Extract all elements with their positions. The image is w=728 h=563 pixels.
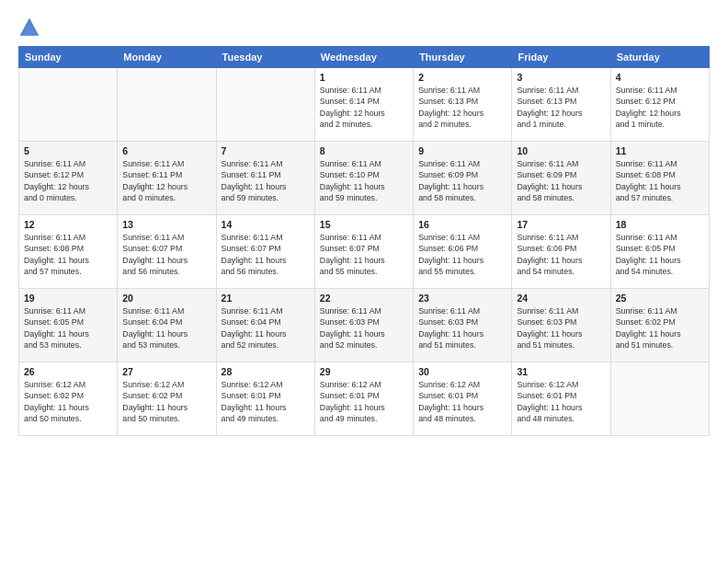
calendar-cell: 5Sunrise: 6:11 AM Sunset: 6:12 PM Daylig… xyxy=(19,142,118,215)
calendar-cell: 6Sunrise: 6:11 AM Sunset: 6:11 PM Daylig… xyxy=(118,142,216,215)
calendar-cell xyxy=(216,68,314,142)
day-info: Sunrise: 6:11 AM Sunset: 6:02 PM Dayligh… xyxy=(616,305,704,350)
day-info: Sunrise: 6:11 AM Sunset: 6:11 PM Dayligh… xyxy=(122,158,210,203)
calendar-cell: 19Sunrise: 6:11 AM Sunset: 6:05 PM Dayli… xyxy=(19,289,118,362)
weekday-header-wednesday: Wednesday xyxy=(314,47,413,68)
calendar-cell: 11Sunrise: 6:11 AM Sunset: 6:08 PM Dayli… xyxy=(610,142,709,215)
day-number: 31 xyxy=(517,366,605,377)
day-number: 6 xyxy=(122,145,210,156)
weekday-header-sunday: Sunday xyxy=(19,47,118,68)
calendar-week-3: 12Sunrise: 6:11 AM Sunset: 6:08 PM Dayli… xyxy=(19,215,710,289)
day-number: 20 xyxy=(122,293,210,304)
day-info: Sunrise: 6:11 AM Sunset: 6:03 PM Dayligh… xyxy=(418,305,506,350)
day-number: 15 xyxy=(320,219,408,230)
day-number: 16 xyxy=(418,219,506,230)
day-number: 11 xyxy=(616,145,704,156)
calendar-week-1: 1Sunrise: 6:11 AM Sunset: 6:14 PM Daylig… xyxy=(19,68,710,142)
day-number: 17 xyxy=(517,219,605,230)
calendar: SundayMondayTuesdayWednesdayThursdayFrid… xyxy=(18,46,710,436)
day-info: Sunrise: 6:11 AM Sunset: 6:04 PM Dayligh… xyxy=(122,305,210,350)
calendar-cell: 7Sunrise: 6:11 AM Sunset: 6:11 PM Daylig… xyxy=(216,142,314,215)
day-info: Sunrise: 6:11 AM Sunset: 6:07 PM Dayligh… xyxy=(222,232,310,277)
day-number: 24 xyxy=(517,293,605,304)
calendar-cell xyxy=(118,68,216,142)
day-number: 2 xyxy=(418,72,506,83)
day-number: 26 xyxy=(24,366,112,377)
day-info: Sunrise: 6:11 AM Sunset: 6:07 PM Dayligh… xyxy=(122,232,210,277)
calendar-week-5: 26Sunrise: 6:12 AM Sunset: 6:02 PM Dayli… xyxy=(19,362,710,436)
day-info: Sunrise: 6:11 AM Sunset: 6:10 PM Dayligh… xyxy=(320,158,408,203)
day-info: Sunrise: 6:11 AM Sunset: 6:11 PM Dayligh… xyxy=(222,158,310,203)
calendar-cell: 8Sunrise: 6:11 AM Sunset: 6:10 PM Daylig… xyxy=(314,142,413,215)
calendar-cell: 31Sunrise: 6:12 AM Sunset: 6:01 PM Dayli… xyxy=(512,362,610,436)
calendar-cell: 18Sunrise: 6:11 AM Sunset: 6:05 PM Dayli… xyxy=(610,215,709,289)
calendar-cell: 14Sunrise: 6:11 AM Sunset: 6:07 PM Dayli… xyxy=(216,215,314,289)
day-number: 10 xyxy=(517,145,605,156)
weekday-header-thursday: Thursday xyxy=(414,47,512,68)
day-info: Sunrise: 6:11 AM Sunset: 6:04 PM Dayligh… xyxy=(222,305,310,350)
calendar-cell: 9Sunrise: 6:11 AM Sunset: 6:09 PM Daylig… xyxy=(414,142,512,215)
calendar-cell: 3Sunrise: 6:11 AM Sunset: 6:13 PM Daylig… xyxy=(512,68,610,142)
day-info: Sunrise: 6:11 AM Sunset: 6:03 PM Dayligh… xyxy=(320,305,408,350)
calendar-cell: 4Sunrise: 6:11 AM Sunset: 6:12 PM Daylig… xyxy=(610,68,709,142)
calendar-cell: 26Sunrise: 6:12 AM Sunset: 6:02 PM Dayli… xyxy=(19,362,118,436)
calendar-cell: 12Sunrise: 6:11 AM Sunset: 6:08 PM Dayli… xyxy=(19,215,118,289)
day-number: 19 xyxy=(24,293,112,304)
day-info: Sunrise: 6:11 AM Sunset: 6:09 PM Dayligh… xyxy=(418,158,506,203)
calendar-cell: 29Sunrise: 6:12 AM Sunset: 6:01 PM Dayli… xyxy=(314,362,413,436)
day-info: Sunrise: 6:12 AM Sunset: 6:01 PM Dayligh… xyxy=(418,379,506,424)
calendar-cell: 30Sunrise: 6:12 AM Sunset: 6:01 PM Dayli… xyxy=(414,362,512,436)
day-number: 7 xyxy=(222,145,310,156)
day-info: Sunrise: 6:12 AM Sunset: 6:01 PM Dayligh… xyxy=(517,379,605,424)
calendar-cell: 15Sunrise: 6:11 AM Sunset: 6:07 PM Dayli… xyxy=(314,215,413,289)
day-number: 29 xyxy=(320,366,408,377)
day-number: 14 xyxy=(222,219,310,230)
calendar-cell: 17Sunrise: 6:11 AM Sunset: 6:06 PM Dayli… xyxy=(512,215,610,289)
day-info: Sunrise: 6:12 AM Sunset: 6:02 PM Dayligh… xyxy=(24,379,112,424)
calendar-cell xyxy=(610,362,709,436)
day-info: Sunrise: 6:11 AM Sunset: 6:08 PM Dayligh… xyxy=(616,158,704,203)
day-number: 22 xyxy=(320,293,408,304)
calendar-cell: 2Sunrise: 6:11 AM Sunset: 6:13 PM Daylig… xyxy=(414,68,512,142)
day-number: 8 xyxy=(320,145,408,156)
day-info: Sunrise: 6:11 AM Sunset: 6:07 PM Dayligh… xyxy=(320,232,408,277)
weekday-header-monday: Monday xyxy=(118,47,216,68)
day-number: 27 xyxy=(122,366,210,377)
day-info: Sunrise: 6:12 AM Sunset: 6:01 PM Dayligh… xyxy=(320,379,408,424)
day-number: 4 xyxy=(616,72,704,83)
day-number: 5 xyxy=(24,145,112,156)
day-number: 3 xyxy=(517,72,605,83)
day-info: Sunrise: 6:11 AM Sunset: 6:14 PM Dayligh… xyxy=(320,85,408,130)
day-info: Sunrise: 6:12 AM Sunset: 6:02 PM Dayligh… xyxy=(122,379,210,424)
calendar-week-4: 19Sunrise: 6:11 AM Sunset: 6:05 PM Dayli… xyxy=(19,289,710,362)
weekday-header-row: SundayMondayTuesdayWednesdayThursdayFrid… xyxy=(19,47,710,68)
day-number: 25 xyxy=(616,293,704,304)
day-number: 21 xyxy=(222,293,310,304)
header xyxy=(18,17,710,39)
day-info: Sunrise: 6:11 AM Sunset: 6:12 PM Dayligh… xyxy=(616,85,704,130)
day-number: 30 xyxy=(418,366,506,377)
day-number: 1 xyxy=(320,72,408,83)
day-info: Sunrise: 6:11 AM Sunset: 6:09 PM Dayligh… xyxy=(517,158,605,203)
logo-icon xyxy=(18,17,40,39)
day-number: 13 xyxy=(122,219,210,230)
day-info: Sunrise: 6:11 AM Sunset: 6:12 PM Dayligh… xyxy=(24,158,112,203)
day-info: Sunrise: 6:11 AM Sunset: 6:13 PM Dayligh… xyxy=(418,85,506,130)
weekday-header-friday: Friday xyxy=(512,47,610,68)
calendar-cell: 16Sunrise: 6:11 AM Sunset: 6:06 PM Dayli… xyxy=(414,215,512,289)
day-info: Sunrise: 6:11 AM Sunset: 6:08 PM Dayligh… xyxy=(24,232,112,277)
day-info: Sunrise: 6:11 AM Sunset: 6:03 PM Dayligh… xyxy=(517,305,605,350)
page: SundayMondayTuesdayWednesdayThursdayFrid… xyxy=(0,0,728,563)
day-info: Sunrise: 6:11 AM Sunset: 6:06 PM Dayligh… xyxy=(418,232,506,277)
day-info: Sunrise: 6:11 AM Sunset: 6:06 PM Dayligh… xyxy=(517,232,605,277)
day-info: Sunrise: 6:12 AM Sunset: 6:01 PM Dayligh… xyxy=(222,379,310,424)
calendar-cell xyxy=(19,68,118,142)
calendar-cell: 24Sunrise: 6:11 AM Sunset: 6:03 PM Dayli… xyxy=(512,289,610,362)
day-number: 9 xyxy=(418,145,506,156)
day-info: Sunrise: 6:11 AM Sunset: 6:05 PM Dayligh… xyxy=(24,305,112,350)
calendar-cell: 21Sunrise: 6:11 AM Sunset: 6:04 PM Dayli… xyxy=(216,289,314,362)
logo xyxy=(18,17,44,39)
calendar-cell: 1Sunrise: 6:11 AM Sunset: 6:14 PM Daylig… xyxy=(314,68,413,142)
calendar-cell: 25Sunrise: 6:11 AM Sunset: 6:02 PM Dayli… xyxy=(610,289,709,362)
day-number: 28 xyxy=(222,366,310,377)
